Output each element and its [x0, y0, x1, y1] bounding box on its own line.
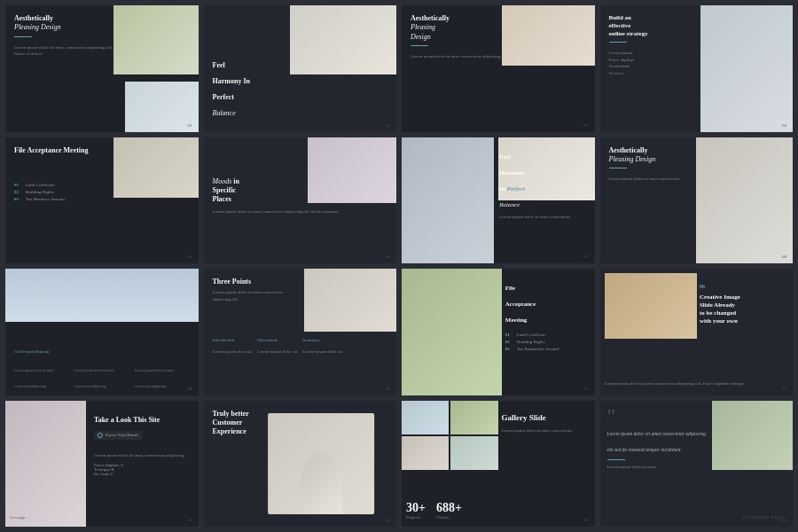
slide-8-image: [696, 137, 793, 264]
slide-9-col2-text: Lorem ipsum dolor sit amet consectetur a…: [74, 368, 113, 388]
slide-15: Gallery Slide Lorem ipsum dolor sit amet…: [402, 401, 595, 528]
slide-12-body: Lorem ipsum dolor sit amet consectetur a…: [605, 381, 746, 386]
slide-8-num: 08: [782, 254, 786, 259]
slide-2-text-block: FeelHarmony InPerfectBalance: [213, 55, 250, 119]
slide-5-num-2: 02: [14, 190, 23, 194]
slide-16-footer-text: DIAMOND FEEL: [742, 515, 786, 520]
slide-11-text-3: Tax Parameters Around: [517, 347, 559, 351]
slide-9: Girl Found Makeup Lorem ipsum dolor sit …: [5, 269, 199, 395]
slide-9-col3-text: Lorem ipsum dolor sit amet consectetur a…: [135, 368, 174, 388]
slide-10-body: Lorem ipsum dolor sit amet consectetur a…: [213, 289, 297, 302]
slide-3-num: 03: [584, 123, 589, 128]
slide-3-image: [502, 5, 594, 66]
slide-5-image: [113, 137, 199, 198]
slide-10-cols: Introduction Lorem ipsum dolor sit. Disc…: [213, 329, 388, 356]
slide-15-img4: [450, 436, 497, 470]
slide-13-item-3: Sit Amet C: [94, 472, 193, 476]
slide-15-num: 15: [584, 518, 589, 522]
slide-9-cols: Lorem ipsum dolor sit amet consectetur a…: [14, 359, 190, 391]
slide-16-body: Lorem ipsum dolor sit amet consectetur a…: [607, 431, 707, 452]
slide-10-col3-text: Lorem ipsum dolor sit.: [302, 348, 343, 356]
slide-5-text-1: Land Certificate: [26, 183, 55, 187]
slide-8-divider: [609, 168, 627, 168]
slide-6-image: [308, 137, 396, 203]
slide-14: Truly betterCustomerExperience 14: [204, 401, 397, 528]
slide-6: Moods inSpecificPlaces Lorem ipsum dolor…: [204, 137, 397, 264]
slide-11-content: FileAcceptanceMeeting 01 Land Certificat…: [505, 278, 591, 351]
slide-10-col1-label: Introduction: [213, 338, 235, 342]
slide-11-text-1: Land Certificate: [517, 332, 546, 337]
slide-13-items: Fusce dapibus A Tristique B Sit Amet C: [94, 463, 193, 476]
slide-10-col-3: Summary Lorem ipsum dolor sit.: [302, 329, 343, 356]
slide-15-stat1-val: 30+: [406, 501, 426, 514]
slide-11-list: 01 Land Certificate 02 Building Rights 0…: [505, 332, 591, 351]
slide-11-image: [402, 269, 502, 395]
slide-15-stat2-label: Clients: [436, 515, 462, 520]
slide-13-title: Take a Look This Site: [94, 416, 160, 424]
slide-9-image: [5, 269, 199, 322]
slide-1: AestheticallyPleasing Design Lorem ipsum…: [5, 5, 199, 132]
slide-15-stat1-label: Projects: [406, 515, 426, 520]
slide-11-num-1: 01: [505, 332, 514, 337]
slide-5-num-1: 01: [14, 183, 23, 187]
slide-6-num: 06: [386, 254, 390, 259]
slide-11-item-1: 01 Land Certificate: [505, 332, 591, 337]
slide-6-body: Lorem ipsum dolor sit amet consectetur a…: [213, 208, 388, 215]
slide-10-col1-text: Lorem ipsum dolor sit.: [213, 348, 254, 356]
slide-10-col-1: Introduction Lorem ipsum dolor sit.: [213, 329, 254, 356]
slide-12-num: 06: [700, 284, 705, 289]
slide-11-num-3: 03: [505, 347, 514, 351]
slide-3-divider: [411, 45, 428, 46]
slide-16-content: Lorem ipsum dolor sit amet consectetur a…: [607, 423, 708, 471]
slide-3: AestheticallyPleasingDesign Lorem ipsum …: [402, 5, 595, 132]
slide-11-title: FileAcceptanceMeeting: [505, 285, 536, 324]
slide-16-image: [712, 401, 793, 470]
slide-13-content: Take a Look This Site Know Your Brand Lo…: [94, 410, 193, 476]
slide-12-num-badge: 12: [782, 387, 786, 391]
slide-13-body: Lorem ipsum dolor sit amet consectetur a…: [94, 453, 185, 458]
slide-15-content: Gallery Slide Lorem ipsum dolor sit amet…: [501, 408, 590, 434]
slide-11-item-2: 02 Building Rights: [505, 340, 591, 344]
slide-9-col1-text: Lorem ipsum dolor sit amet consectetur a…: [14, 368, 53, 388]
slide-4-divider: [609, 42, 627, 43]
slide-13-list: Lorem ipsum dolor sit amet consectetur a…: [94, 444, 193, 476]
slide-2-image: [290, 5, 396, 74]
slide-5-num: 05: [188, 254, 192, 259]
slide-1-num: 01: [188, 123, 192, 128]
slide-7-body: Lorem ipsum dolor sit amet consectetur.: [499, 214, 590, 221]
slide-16-footer: DIAMOND FEEL: [742, 506, 786, 522]
slide-14-title: Truly betterCustomerExperience: [213, 410, 249, 437]
slide-13: Take a Look This Site Know Your Brand Lo…: [5, 401, 199, 528]
slide-13-tag-text: Know Your Brand: [106, 433, 138, 437]
slide-5-text-2: Building Rights: [26, 190, 54, 194]
slide-5: File Acceptance Meeting 01 Land Certific…: [5, 137, 199, 264]
slide-13-num: 13: [188, 518, 192, 522]
slide-15-title: Gallery Slide: [501, 413, 545, 422]
slide-2-title: FeelHarmony InPerfectBalance: [213, 61, 250, 117]
slide-5-text-3: Tax Business Amount: [26, 197, 65, 201]
slide-4-num: 04: [782, 123, 786, 128]
slide-11-num: 11: [584, 387, 589, 391]
slide-11-item-3: 03 Tax Parameters Around: [505, 347, 591, 351]
slide-16-sub: Lorem ipsum dolor sit amet.: [607, 464, 708, 471]
slide-15-grid: [402, 401, 498, 470]
slide-12-body-block: Lorem ipsum dolor sit amet consectetur a…: [605, 372, 789, 388]
slide-9-label: Girl Found Makeup: [14, 349, 50, 354]
slide-15-img1: [402, 401, 449, 434]
slide-13-tag-icon: [98, 433, 103, 438]
slide-2-num: 02: [386, 123, 390, 128]
slide-16: " Lorem ipsum dolor sit amet consectetur…: [600, 401, 794, 528]
slide-11-num-2: 02: [505, 340, 514, 344]
slide-9-content: Girl Found Makeup Lorem ipsum dolor sit …: [14, 340, 190, 391]
slide-7-title: FeelHarmonyIn PerfectBalance: [499, 153, 525, 208]
slide-9-num: 09: [188, 387, 192, 391]
slide-10-col2-text: Lorem ipsum dolor sit.: [257, 348, 298, 356]
slide-7-num: 07: [584, 254, 589, 259]
slide-10: Three Points Lorem ipsum dolor sit amet …: [204, 269, 397, 395]
slide-15-stat1: 30+ Projects: [406, 499, 426, 520]
slide-15-stats: 30+ Projects 688+ Clients: [406, 499, 462, 520]
slide-12-title: Creative ImageSlide Alreadyto be changed…: [700, 293, 788, 325]
slide-15-img2: [450, 401, 497, 434]
slide-10-col2-label: Discussion: [257, 338, 277, 342]
slide-8: AestheticallyPleasing Design Lorem ipsum…: [600, 137, 794, 264]
